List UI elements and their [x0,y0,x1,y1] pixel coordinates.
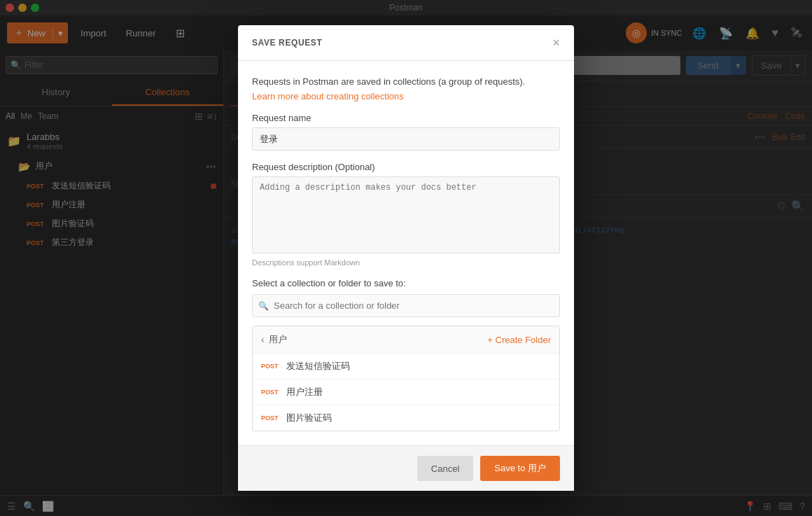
learn-more-link[interactable]: Learn more about creating collections [252,91,404,102]
folder-request-name: 用户注册 [286,386,323,398]
collection-search-icon: 🔍 [258,301,269,311]
folder-list-item[interactable]: POST 图片验证码 [253,405,559,431]
collection-search-input[interactable] [252,294,560,317]
folder-request-name: 图片验证码 [286,412,332,424]
description-label: Request description (Optional) [252,162,560,172]
folder-request-name: 发送短信验证码 [286,360,350,372]
modal-body: Requests in Postman are saved in collect… [238,61,574,446]
method-badge: POST [261,363,281,370]
folder-list: POST 发送短信验证码 POST 用户注册 POST 图片验证码 [253,354,559,431]
description-hint: Descriptions support Markdown [252,258,560,267]
description-textarea[interactable] [252,176,560,253]
request-name-label: Request name [252,113,560,123]
folder-list-item[interactable]: POST 用户注册 [253,379,559,405]
current-folder-name: 用户 [269,333,287,346]
modal-overlay: SAVE REQUEST × Requests in Postman are s… [0,0,812,516]
folder-selector: ‹ 用户 + Create Folder POST 发送短信验证码 POST 用… [252,326,560,431]
collection-search-wrap: 🔍 [252,294,560,317]
method-badge: POST [261,414,281,421]
modal-info-section: Requests in Postman are saved in collect… [252,75,560,102]
request-name-section: Request name [252,113,560,151]
modal-title: SAVE REQUEST [252,38,322,48]
request-name-input[interactable] [252,127,560,151]
collection-search-section: Select a collection or folder to save to… [252,278,560,317]
method-badge: POST [261,389,281,396]
description-section: Request description (Optional) Descripti… [252,162,560,267]
save-to-button[interactable]: Save to 用户 [480,456,560,481]
folder-back-button[interactable]: ‹ [261,334,265,345]
modal-info-text: Requests in Postman are saved in collect… [252,75,560,89]
save-request-modal: SAVE REQUEST × Requests in Postman are s… [238,25,574,491]
modal-close-button[interactable]: × [552,36,560,49]
folder-header-left: ‹ 用户 [261,333,287,346]
folder-list-item[interactable]: POST 发送短信验证码 [253,354,559,379]
modal-footer: Cancel Save to 用户 [238,445,574,491]
modal-header: SAVE REQUEST × [238,25,574,61]
create-folder-link[interactable]: + Create Folder [487,335,551,345]
folder-header: ‹ 用户 + Create Folder [253,326,559,354]
cancel-button[interactable]: Cancel [417,456,473,481]
collection-search-label: Select a collection or folder to save to… [252,278,560,288]
